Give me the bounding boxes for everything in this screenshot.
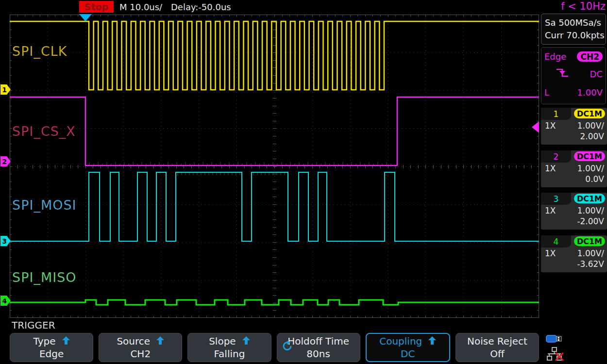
channel-1-tab: 1 [541,108,571,120]
channel-offset: 2.00V [580,132,604,141]
acquisition-status-badge[interactable]: Stop [79,1,114,13]
waveform-display [10,15,539,318]
frequency-counter: f < 10Hz [561,0,606,12]
channel-offset: -3.62V [577,259,604,269]
softkey-noise-reject[interactable]: Noise Reject Off [455,333,539,362]
softkey-source[interactable]: Source CH2 [99,333,182,362]
probe-attenuation: 1X [545,164,556,173]
up-arrow-icon [62,335,70,347]
channel-4-level-marker[interactable]: 4 [0,296,11,306]
wave-label-spi_miso: SPI_MISO [12,270,77,285]
channel-2-level-marker[interactable]: 2 [0,156,11,166]
softkey-label: Type [34,335,56,347]
softkey-value: Edge [39,347,64,360]
softkey-label: Source [117,335,150,347]
softkey-value: CH2 [130,347,151,360]
adjust-knob-icon [282,340,293,355]
timebase-readout: M 10.0us/ [119,2,162,12]
volts-per-div: 1.00V/ [577,248,604,258]
softkey-label: Holdoff Time [287,335,349,347]
falling-edge-icon [555,67,570,81]
usb-device-icon [546,334,575,344]
trigger-coupling-label: DC [590,69,603,79]
up-arrow-icon [428,335,436,347]
lan-disconnected-icon [546,347,575,362]
channel-4-header: 4 DC1M [541,235,607,248]
softkey-value: DC [401,347,415,360]
softkey-label: Coupling [379,335,422,347]
trigger-level-letter: L [544,87,549,98]
volts-per-div: 1.00V/ [577,121,604,131]
channel-1-header: 1 DC1M [541,108,607,120]
memory-depth-readout: Curr 70.0kpts [545,29,606,42]
softkey-menu: Type Edge Source CH2 Slope Falling Holdo… [10,333,539,362]
up-arrow-icon [242,335,250,347]
probe-attenuation: 1X [545,248,556,258]
channel-4-info[interactable]: 4 DC1M 1X 1.00V/ -3.62V [541,235,607,272]
volts-per-div: 1.00V/ [577,206,604,215]
channel-2-tab: 2 [541,150,571,163]
softkey-value: Off [490,347,505,360]
channel-1-info[interactable]: 1 DC1M 1X 1.00V/ 2.00V [541,108,607,145]
channel-coupling-badge: DC1M [574,236,605,246]
channel-number: 3 [554,194,559,204]
softkey-value: Falling [214,347,245,360]
status-icon-area [546,334,575,364]
channel-1-level-marker[interactable]: 1 [0,84,11,95]
channel-number: 4 [554,237,559,247]
channel-coupling-badge: DC1M [574,151,605,161]
channel-4-tab: 4 [541,235,571,248]
channel-coupling-badge: DC1M [574,194,605,203]
channel-coupling-badge: DC1M [574,109,605,118]
volts-per-div: 1.00V/ [577,164,604,173]
softkey-label: Noise Reject [467,335,527,347]
up-arrow-icon [156,335,164,347]
channel-2-info[interactable]: 2 DC1M 1X 1.00V/ 0.0V [541,150,607,187]
softkey-coupling[interactable]: Coupling DC [366,333,450,362]
wave-label-spi_mosi: SPI_MOSI [12,198,77,213]
softkey-value: 80ns [306,347,330,360]
wave-label-spi_cs_x: SPI_CS_X [12,124,76,139]
channel-number: 2 [554,152,559,162]
menu-title: TRIGGER [12,319,55,331]
channel-2-header: 2 DC1M [541,150,607,163]
channel-3-tab: 3 [541,193,571,205]
probe-attenuation: 1X [545,206,556,215]
wave-label-spi_clk: SPI_CLK [12,44,67,59]
channel-3-info[interactable]: 3 DC1M 1X 1.00V/ -2.00V [541,193,607,230]
trigger-info-box[interactable]: Edge CH2 DC L 1.00V [541,47,606,104]
sample-rate-readout: Sa 500MSa/s [545,17,606,29]
acquisition-info-box: Sa 500MSa/s Curr 70.0kpts [541,14,606,45]
softkey-type[interactable]: Type Edge [10,333,93,362]
probe-attenuation: 1X [545,121,556,131]
channel-number: 1 [554,109,559,119]
trigger-level-value: 1.00V [577,87,603,98]
channel-3-level-marker[interactable]: 3 [0,236,11,246]
channel-offset: -2.00V [577,216,604,226]
delay-readout: Delay:-50.0us [171,2,231,12]
channel-offset: 0.0V [585,174,604,184]
channel-3-header: 3 DC1M [541,193,607,205]
trigger-source-badge: CH2 [577,51,603,62]
softkey-slope[interactable]: Slope Falling [187,333,271,362]
softkey-label: Slope [209,335,236,347]
softkey-holdoff-time[interactable]: Holdoff Time 80ns [277,333,360,362]
oscilloscope-screen: Stop M 10.0us/ Delay:-50.0us f < 10Hz Sa… [0,0,607,364]
trigger-type-label: Edge [544,51,566,62]
